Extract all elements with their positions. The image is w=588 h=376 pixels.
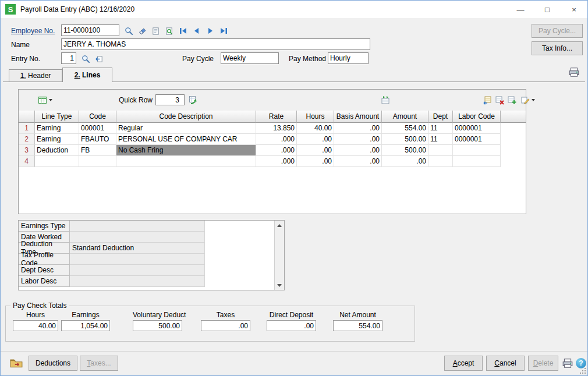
cell-code[interactable] bbox=[79, 156, 116, 167]
cell-description[interactable] bbox=[116, 156, 256, 167]
entry-no-field[interactable] bbox=[61, 52, 76, 64]
cell-amount[interactable]: .00 bbox=[382, 156, 428, 167]
grid-more-dropdown-button[interactable] bbox=[518, 94, 537, 106]
maximize-button[interactable]: □ bbox=[534, 1, 561, 18]
deductions-button[interactable]: Deductions bbox=[29, 356, 77, 371]
total-taxes: Taxes bbox=[201, 311, 250, 331]
grid-row-4: 4 .000 .00 .00 .00 bbox=[19, 156, 526, 167]
accept-button[interactable]: Accept bbox=[444, 356, 483, 371]
help-button[interactable]: ? bbox=[576, 358, 586, 368]
employee-eraser-button[interactable] bbox=[136, 25, 148, 37]
detail-row: Tax Profile Code bbox=[19, 254, 284, 265]
pay-cycle-button[interactable]: Pay Cycle... bbox=[532, 24, 583, 38]
cell-rate[interactable]: .000 bbox=[256, 145, 297, 156]
cell-labor-code[interactable]: 0000001 bbox=[453, 123, 501, 134]
detail-scrollbar[interactable] bbox=[274, 221, 284, 290]
quick-row-go-button[interactable] bbox=[187, 94, 199, 106]
cell-description[interactable]: PERSONAL USE OF COMPANY CAR bbox=[116, 134, 256, 145]
cell-basis-amount[interactable]: .00 bbox=[334, 145, 382, 156]
grid-delete-row-button[interactable] bbox=[494, 94, 505, 106]
employee-lookup-button[interactable] bbox=[123, 25, 134, 37]
nav-first-button[interactable] bbox=[178, 25, 189, 37]
row-number[interactable]: 1 bbox=[19, 123, 35, 134]
total-voluntary-deduct: Voluntary Deduct bbox=[133, 311, 182, 331]
cell-hours[interactable]: 40.00 bbox=[297, 123, 334, 134]
employee-memo-button[interactable] bbox=[150, 25, 161, 37]
total-earnings: Earnings bbox=[61, 311, 110, 331]
entry-lookup-button[interactable] bbox=[80, 53, 91, 65]
taxes-button[interactable]: Taxes... bbox=[80, 356, 118, 371]
total-direct-deposit-label: Direct Deposit bbox=[267, 311, 316, 319]
cell-rate[interactable]: .000 bbox=[256, 134, 297, 145]
cell-code[interactable]: FB bbox=[79, 145, 116, 156]
grid-insert-row-button[interactable] bbox=[506, 94, 518, 106]
detail-value bbox=[70, 265, 205, 276]
print-button[interactable] bbox=[561, 357, 575, 370]
nav-previous-button[interactable] bbox=[191, 25, 203, 37]
nav-last-button[interactable] bbox=[218, 25, 229, 37]
employee-no-field[interactable] bbox=[61, 24, 119, 36]
cell-dept[interactable]: 11 bbox=[428, 123, 453, 134]
cell-description[interactable]: Regular bbox=[116, 123, 256, 134]
total-taxes-label: Taxes bbox=[201, 311, 250, 319]
cell-basis-amount[interactable]: .00 bbox=[334, 156, 382, 167]
employee-search-button[interactable] bbox=[163, 25, 175, 37]
cell-code[interactable]: FBAUTO bbox=[79, 134, 116, 145]
cell-filler bbox=[501, 156, 526, 167]
cell-rate[interactable]: .000 bbox=[256, 156, 297, 167]
cell-hours[interactable]: .00 bbox=[297, 156, 334, 167]
next-number-button[interactable] bbox=[93, 53, 105, 65]
resize-grip[interactable] bbox=[585, 373, 586, 374]
scroll-up-button[interactable] bbox=[275, 221, 284, 230]
grid-options-button[interactable] bbox=[35, 94, 55, 106]
nav-next-button[interactable] bbox=[204, 25, 216, 37]
column-header-code: Code bbox=[79, 111, 116, 123]
cell-labor-code[interactable] bbox=[453, 156, 501, 167]
tax-info-button[interactable]: Tax Info... bbox=[532, 41, 583, 55]
pay-method-field[interactable] bbox=[328, 52, 369, 64]
grid-row-1: 1 Earning 000001 Regular 13.850 40.00 .0… bbox=[19, 123, 526, 134]
scroll-down-button[interactable] bbox=[275, 281, 284, 290]
cell-dept[interactable] bbox=[428, 156, 453, 167]
quick-row-input[interactable] bbox=[155, 94, 185, 105]
cell-rate[interactable]: 13.850 bbox=[256, 123, 297, 134]
cell-labor-code[interactable]: 0000001 bbox=[453, 134, 501, 145]
grid-refresh-button[interactable] bbox=[380, 94, 391, 106]
total-taxes-field bbox=[201, 320, 250, 331]
pay-cycle-field[interactable] bbox=[221, 52, 279, 64]
cell-line-type[interactable]: Earning bbox=[35, 123, 79, 134]
delete-button[interactable]: Delete bbox=[528, 356, 558, 371]
cell-line-type[interactable]: Deduction bbox=[35, 145, 79, 156]
printer-icon bbox=[562, 358, 573, 368]
cell-description-selected[interactable]: No Cash Fring bbox=[116, 145, 256, 156]
cell-labor-code[interactable] bbox=[453, 145, 501, 156]
cell-hours[interactable]: .00 bbox=[297, 134, 334, 145]
cell-amount[interactable]: 554.00 bbox=[382, 123, 428, 134]
cell-line-type[interactable] bbox=[35, 156, 79, 167]
window-controls: — □ × bbox=[507, 1, 587, 18]
row-number[interactable]: 3 bbox=[19, 145, 35, 156]
tab-header[interactable]: 1. Header bbox=[9, 69, 62, 81]
cancel-button[interactable]: Cancel bbox=[486, 356, 525, 371]
cell-amount[interactable]: 500.00 bbox=[382, 134, 428, 145]
grid-reset-row-button[interactable] bbox=[481, 94, 493, 106]
cell-dept[interactable]: 11 bbox=[428, 134, 453, 145]
cell-basis-amount[interactable]: .00 bbox=[334, 123, 382, 134]
row-number[interactable]: 4 bbox=[19, 156, 35, 167]
folder-arrow-button[interactable] bbox=[8, 356, 25, 371]
close-button[interactable]: × bbox=[561, 1, 587, 18]
row-number[interactable]: 2 bbox=[19, 134, 35, 145]
cell-dept[interactable] bbox=[428, 145, 453, 156]
minimize-button[interactable]: — bbox=[507, 1, 534, 18]
cell-line-type[interactable]: Earning bbox=[35, 134, 79, 145]
cell-hours[interactable]: .00 bbox=[297, 145, 334, 156]
cell-basis-amount[interactable]: .00 bbox=[334, 134, 382, 145]
detail-value bbox=[70, 276, 205, 287]
employee-no-label[interactable]: Employee No. bbox=[11, 27, 55, 35]
cell-code[interactable]: 000001 bbox=[79, 123, 116, 134]
print-quick-button[interactable] bbox=[566, 66, 582, 79]
tab-lines[interactable]: 2. Lines bbox=[62, 68, 112, 82]
cell-amount[interactable]: 500.00 bbox=[382, 145, 428, 156]
name-field[interactable] bbox=[61, 38, 370, 50]
next-number-icon bbox=[95, 55, 104, 63]
